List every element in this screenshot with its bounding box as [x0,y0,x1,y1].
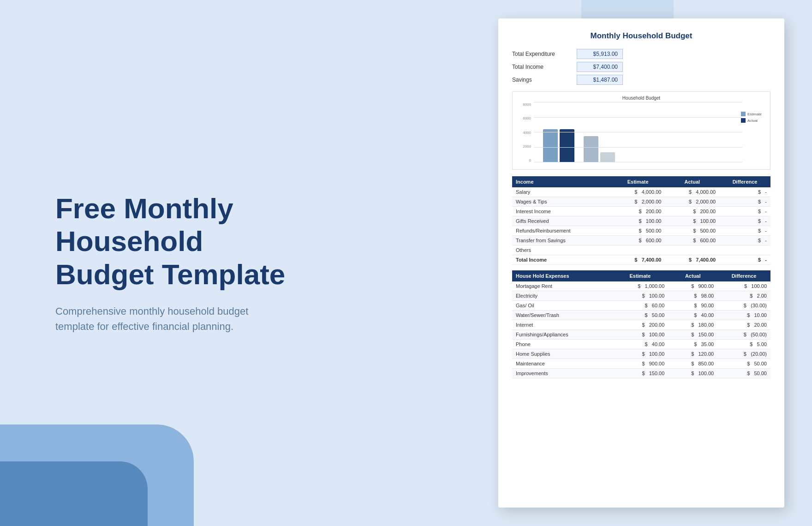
income-name: Wages & Tips [512,197,611,207]
income-row: Gifts Received $ 100.00 $ 100.00 $ - [512,216,770,226]
expense-row: Mortagage Rent $ 1,000.00 $ 900.00 $ 100… [512,281,770,291]
income-col-header: Income [512,176,611,187]
total-expenditure-label: Total Expenditure [512,51,577,57]
income-actual: $ 100.00 [665,216,719,226]
expense-estimate: $ 40.00 [612,340,668,349]
income-name: Others [512,245,611,255]
expense-actual: $ 180.00 [668,320,717,330]
income-total-estimate: $ 7,400.00 [611,255,665,265]
expense-diff: $ 2.00 [717,291,770,301]
total-income-label: Total Income [512,64,577,70]
income-estimate: $ 2,000.00 [611,197,665,207]
legend-actual-label: Actual [747,119,758,123]
expense-estimate: $ 100.00 [612,291,668,301]
total-expenditure-value: $5,913.00 [577,49,623,59]
expense-name: Internet [512,320,612,330]
legend-estimate-color [741,112,746,116]
chart-container: Household Budget 0 2000 4000 6000 8000 [512,91,770,170]
expense-estimate: $ 150.00 [612,369,668,378]
expense-name: Home Supplies [512,349,612,359]
expenses-actual-header: Actual [668,270,717,281]
income-actual: $ 4,000.00 [665,187,719,197]
expense-name: Gas/ Oil [512,301,612,311]
difference-col-header: Difference [719,176,770,187]
expense-estimate: $ 100.00 [612,330,668,340]
expense-diff: $ (30.00) [717,301,770,311]
expense-estimate: $ 900.00 [612,359,668,369]
savings-value: $1,487.00 [577,75,623,85]
expense-estimate: $ 1,000.00 [612,281,668,291]
expense-row: Home Supplies $ 100.00 $ 120.00 $ (20.00… [512,349,770,359]
legend-actual: Actual [741,118,762,123]
expense-name: Phone [512,340,612,349]
income-row: Interest Income $ 200.00 $ 200.00 $ - [512,207,770,216]
income-actual: $ 200.00 [665,207,719,216]
income-diff: $ - [719,207,770,216]
document-panel: Monthly Household Budget Total Expenditu… [498,18,784,508]
expense-actual: $ 40.00 [668,311,717,320]
total-income-row: Total Income $7,400.00 [512,62,770,72]
expense-actual: $ 90.00 [668,301,717,311]
legend-actual-color [741,118,746,123]
income-name: Refunds/Reinbursement [512,226,611,236]
chart-yaxis: 0 2000 4000 6000 8000 [517,102,533,162]
income-diff: $ - [719,236,770,245]
expense-actual: $ 35.00 [668,340,717,349]
income-diff: $ - [719,226,770,236]
expense-row: Maintenance $ 900.00 $ 850.00 $ 50.00 [512,359,770,369]
expense-name: Water/Sewer/Trash [512,311,612,320]
expense-actual: $ 120.00 [668,349,717,359]
expense-name: Electricity [512,291,612,301]
income-diff [719,245,770,255]
expenses-tbody: Mortagage Rent $ 1,000.00 $ 900.00 $ 100… [512,281,770,378]
income-tbody: Salary $ 4,000.00 $ 4,000.00 $ - Wages &… [512,187,770,255]
expense-diff: $ 20.00 [717,320,770,330]
income-total-label: Total Income [512,255,611,265]
chart-title: Household Budget [517,96,765,101]
expense-row: Gas/ Oil $ 60.00 $ 90.00 $ (30.00) [512,301,770,311]
expense-row: Internet $ 200.00 $ 180.00 $ 20.00 [512,320,770,330]
income-table: Income Estimate Actual Difference Salary… [512,176,770,265]
expense-row: Water/Sewer/Trash $ 50.00 $ 40.00 $ 10.0… [512,311,770,320]
savings-row: Savings $1,487.00 [512,75,770,85]
income-name: Interest Income [512,207,611,216]
expense-actual: $ 850.00 [668,359,717,369]
title-line2: Budget Template [55,258,285,290]
expenses-col-header: House Hold Expenses [512,270,612,281]
expense-name: Furnishings/Appliances [512,330,612,340]
actual-col-header: Actual [665,176,719,187]
expense-actual: $ 98.00 [668,291,717,301]
total-income-value: $7,400.00 [577,62,623,72]
income-row: Refunds/Reinbursement $ 500.00 $ 500.00 … [512,226,770,236]
income-total-row: Total Income $ 7,400.00 $ 7,400.00 $ - [512,255,770,265]
expense-actual: $ 150.00 [668,330,717,340]
income-estimate [611,245,665,255]
left-panel: Free Monthly Household Budget Template C… [37,0,314,526]
income-diff: $ - [719,197,770,207]
estimate-col-header: Estimate [611,176,665,187]
expense-row: Furnishings/Appliances $ 100.00 $ 150.00… [512,330,770,340]
expense-estimate: $ 100.00 [612,349,668,359]
income-diff: $ - [719,216,770,226]
chart-legend: Estimate Actual [741,112,762,123]
income-row: Salary $ 4,000.00 $ 4,000.00 $ - [512,187,770,197]
expense-diff: $ 10.00 [717,311,770,320]
income-estimate: $ 200.00 [611,207,665,216]
summary-section: Total Expenditure $5,913.00 Total Income… [512,49,770,85]
expense-diff: $ (20.00) [717,349,770,359]
expense-actual: $ 100.00 [668,369,717,378]
expense-diff: $ 50.00 [717,369,770,378]
legend-estimate: Estimate [741,112,762,116]
income-actual: $ 600.00 [665,236,719,245]
savings-label: Savings [512,77,577,83]
income-name: Salary [512,187,611,197]
title-line1: Free Monthly Household [55,192,233,257]
income-row: Wages & Tips $ 2,000.00 $ 2,000.00 $ - [512,197,770,207]
chart-inner: 0 2000 4000 6000 8000 [517,102,765,162]
income-tfoot: Total Income $ 7,400.00 $ 7,400.00 $ - [512,255,770,265]
expense-diff: $ 100.00 [717,281,770,291]
income-row: Others [512,245,770,255]
expense-diff: $ (50.00) [717,330,770,340]
main-title: Free Monthly Household Budget Template [55,192,295,291]
expense-name: Mortagage Rent [512,281,612,291]
